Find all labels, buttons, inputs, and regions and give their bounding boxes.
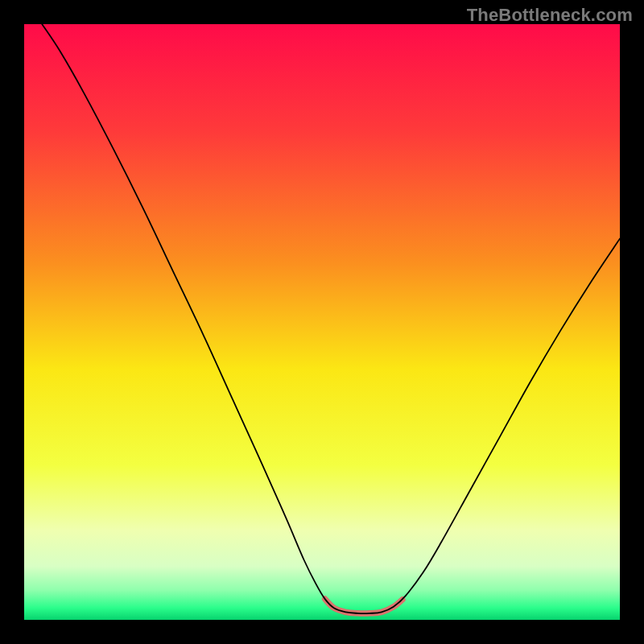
chart-frame: TheBottleneck.com: [0, 0, 644, 644]
chart-background: [24, 24, 620, 620]
chart-plot: [24, 24, 620, 620]
watermark-text: TheBottleneck.com: [467, 5, 633, 26]
